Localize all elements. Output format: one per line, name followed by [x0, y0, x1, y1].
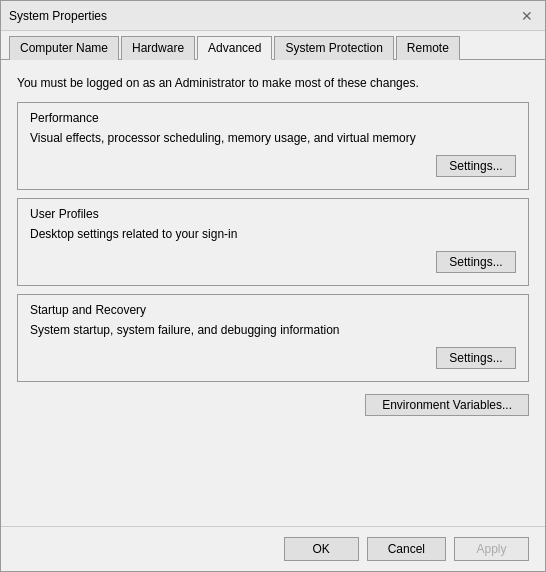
user-profiles-section: User Profiles Desktop settings related t…	[17, 198, 529, 286]
tab-computer-name[interactable]: Computer Name	[9, 36, 119, 60]
close-button[interactable]: ✕	[517, 6, 537, 26]
tab-system-protection[interactable]: System Protection	[274, 36, 393, 60]
user-profiles-settings-button[interactable]: Settings...	[436, 251, 516, 273]
tab-hardware[interactable]: Hardware	[121, 36, 195, 60]
startup-recovery-settings-button[interactable]: Settings...	[436, 347, 516, 369]
performance-label: Performance	[30, 111, 516, 125]
tab-advanced[interactable]: Advanced	[197, 36, 272, 60]
performance-description: Visual effects, processor scheduling, me…	[30, 131, 516, 145]
user-profiles-description: Desktop settings related to your sign-in	[30, 227, 516, 241]
startup-recovery-label: Startup and Recovery	[30, 303, 516, 317]
admin-notice: You must be logged on as an Administrato…	[17, 72, 529, 94]
ok-button[interactable]: OK	[284, 537, 359, 561]
environment-variables-button[interactable]: Environment Variables...	[365, 394, 529, 416]
env-variables-row: Environment Variables...	[17, 394, 529, 416]
tab-remote[interactable]: Remote	[396, 36, 460, 60]
tab-bar: Computer Name Hardware Advanced System P…	[1, 31, 545, 60]
system-properties-window: System Properties ✕ Computer Name Hardwa…	[0, 0, 546, 572]
startup-recovery-description: System startup, system failure, and debu…	[30, 323, 516, 337]
performance-section: Performance Visual effects, processor sc…	[17, 102, 529, 190]
tab-content: You must be logged on as an Administrato…	[1, 60, 545, 526]
user-profiles-label: User Profiles	[30, 207, 516, 221]
startup-recovery-section: Startup and Recovery System startup, sys…	[17, 294, 529, 382]
title-bar: System Properties ✕	[1, 1, 545, 31]
apply-button[interactable]: Apply	[454, 537, 529, 561]
cancel-button[interactable]: Cancel	[367, 537, 446, 561]
performance-settings-button[interactable]: Settings...	[436, 155, 516, 177]
window-title: System Properties	[9, 9, 107, 23]
footer: OK Cancel Apply	[1, 526, 545, 571]
